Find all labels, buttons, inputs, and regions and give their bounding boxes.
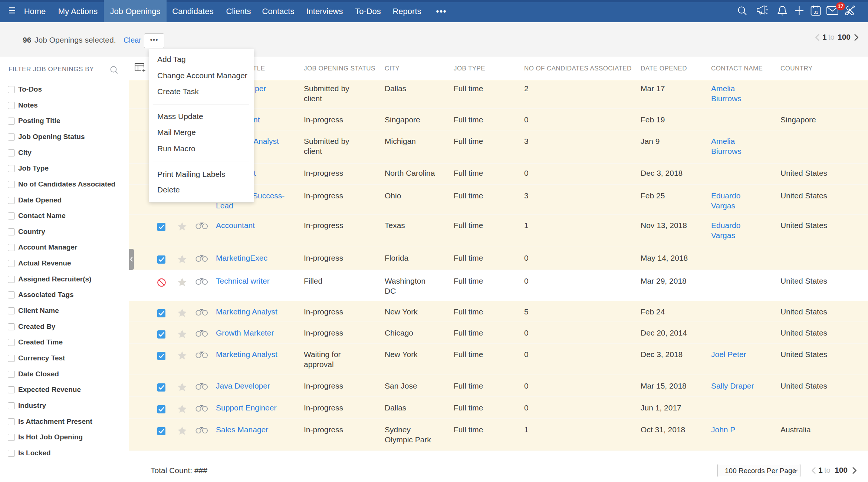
svg-text:31: 31 [813,10,818,14]
